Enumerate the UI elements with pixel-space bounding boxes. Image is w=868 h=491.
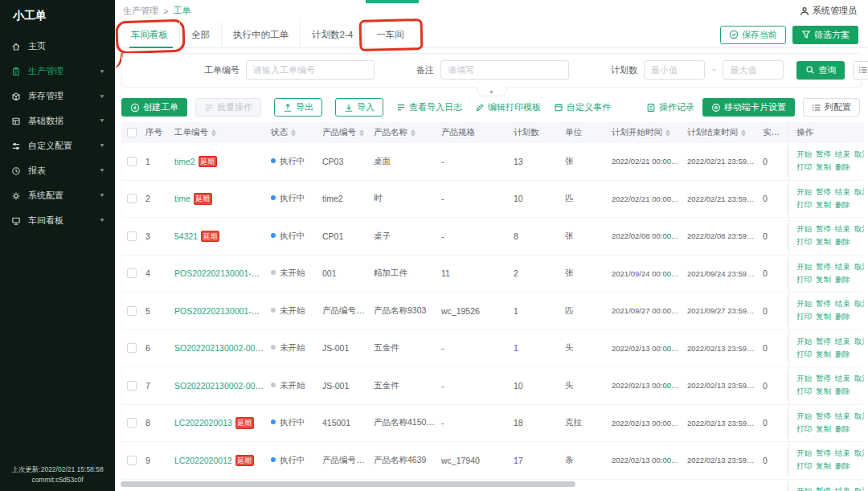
tab-车间看板[interactable]: 车间看板 <box>123 22 179 47</box>
row-checkbox[interactable] <box>127 456 137 465</box>
column-header-product_name[interactable]: 产品名称 <box>371 127 438 138</box>
row-action-结束[interactable]: 结束 <box>835 337 850 347</box>
order-number-link[interactable]: POS202202130001-0003 <box>174 268 268 278</box>
sort-icon[interactable] <box>291 129 296 137</box>
plan-qty-min-input[interactable] <box>644 60 705 80</box>
row-action-取消[interactable]: 取消 <box>854 486 864 491</box>
row-action-开始[interactable]: 开始 <box>796 448 812 459</box>
sidebar-item-inventory[interactable]: 库存管理▼ <box>0 84 115 108</box>
row-action-结束[interactable]: 结束 <box>835 411 850 422</box>
row-action-取消[interactable]: 取消 <box>854 187 864 198</box>
row-action-取消[interactable]: 取消 <box>854 337 864 347</box>
toolbar-link-编辑打印模板[interactable]: 编辑打印模板 <box>475 101 541 113</box>
order-number-link[interactable]: SO202202130002-0002 <box>174 343 264 353</box>
tab-一车间[interactable]: 一车间 <box>364 22 416 47</box>
row-action-复制[interactable]: 复制 <box>816 424 831 435</box>
row-checkbox[interactable] <box>127 194 137 203</box>
row-action-复制[interactable]: 复制 <box>816 387 831 397</box>
sidebar-item-custom-config[interactable]: 自定义配置▼ <box>0 133 115 158</box>
column-header-end[interactable]: 计划结束时间 <box>684 127 760 138</box>
row-action-复制[interactable]: 复制 <box>816 237 831 248</box>
row-action-复制[interactable]: 复制 <box>816 200 831 211</box>
mobile-card-settings-button[interactable]: 移动端卡片设置 <box>702 98 795 117</box>
order-number-link[interactable]: time <box>174 194 190 203</box>
select-all-checkbox[interactable] <box>127 128 137 137</box>
sidebar-item-report[interactable]: 报表▼ <box>0 158 115 183</box>
row-action-取消[interactable]: 取消 <box>854 224 864 235</box>
column-header-start[interactable]: 计划开始时间 <box>608 127 684 138</box>
row-action-结束[interactable]: 结束 <box>835 149 850 160</box>
row-action-暂停[interactable]: 暂停 <box>816 262 831 272</box>
sort-icon[interactable] <box>211 129 216 137</box>
row-action-暂停[interactable]: 暂停 <box>816 448 831 459</box>
row-action-删除[interactable]: 删除 <box>835 162 850 173</box>
sidebar-item-workshop-board[interactable]: 车间看板▼ <box>0 208 115 233</box>
search-settings-button[interactable] <box>853 61 868 80</box>
order-number-link[interactable]: 54321 <box>174 231 198 241</box>
row-action-打印[interactable]: 打印 <box>796 350 812 360</box>
row-action-打印[interactable]: 打印 <box>796 275 812 285</box>
column-header-product_no[interactable]: 产品编号 <box>319 127 371 138</box>
row-action-暂停[interactable]: 暂停 <box>816 299 831 309</box>
row-action-取消[interactable]: 取消 <box>854 149 864 160</box>
row-action-暂停[interactable]: 暂停 <box>816 149 831 160</box>
row-action-开始[interactable]: 开始 <box>796 224 812 235</box>
column-header-status[interactable]: 状态 <box>268 127 319 138</box>
row-action-结束[interactable]: 结束 <box>835 448 850 459</box>
row-action-开始[interactable]: 开始 <box>796 187 812 198</box>
row-action-删除[interactable]: 删除 <box>835 387 850 397</box>
create-order-button[interactable]: 创建工单 <box>121 98 187 117</box>
row-action-打印[interactable]: 打印 <box>796 200 812 211</box>
sidebar-item-system-config[interactable]: 系统配置▼ <box>0 183 115 208</box>
row-action-删除[interactable]: 删除 <box>835 237 850 248</box>
row-action-开始[interactable]: 开始 <box>796 262 812 272</box>
row-action-删除[interactable]: 删除 <box>835 275 850 285</box>
import-button[interactable]: 导入 <box>335 98 383 117</box>
order-no-input[interactable] <box>246 60 375 80</box>
row-action-开始[interactable]: 开始 <box>796 337 812 347</box>
row-action-暂停[interactable]: 暂停 <box>816 224 831 235</box>
row-action-打印[interactable]: 打印 <box>796 162 812 173</box>
column-header-order[interactable]: 工单编号 <box>171 127 268 138</box>
row-action-打印[interactable]: 打印 <box>796 461 812 472</box>
row-action-复制[interactable]: 复制 <box>816 162 831 173</box>
order-number-link[interactable]: LC2022020013 <box>174 418 232 428</box>
user-menu[interactable]: 系统管理员 <box>800 5 857 17</box>
tab-执行中的工单[interactable]: 执行中的工单 <box>221 22 300 47</box>
row-action-复制[interactable]: 复制 <box>816 350 831 360</box>
remark-input[interactable] <box>440 60 569 80</box>
row-action-取消[interactable]: 取消 <box>854 374 864 384</box>
collapse-search-toggle[interactable]: ▼ <box>477 87 507 96</box>
row-checkbox[interactable] <box>127 268 137 278</box>
row-action-取消[interactable]: 取消 <box>854 411 864 422</box>
order-number-link[interactable]: POS202202130001-0004 <box>174 306 268 316</box>
row-action-结束[interactable]: 结束 <box>835 262 850 272</box>
row-action-暂停[interactable]: 暂停 <box>816 411 831 422</box>
row-action-打印[interactable]: 打印 <box>796 312 812 322</box>
row-action-开始[interactable]: 开始 <box>796 149 812 160</box>
operation-log-link[interactable]: 操作记录 <box>646 101 694 113</box>
sidebar-item-production[interactable]: 生产管理▼ <box>0 59 115 84</box>
row-action-暂停[interactable]: 暂停 <box>816 187 831 198</box>
row-action-取消[interactable]: 取消 <box>854 262 864 272</box>
toolbar-link-查看导入日志[interactable]: 查看导入日志 <box>396 101 462 113</box>
row-action-暂停[interactable]: 暂停 <box>816 374 831 384</box>
row-action-暂停[interactable]: 暂停 <box>816 337 831 347</box>
row-action-打印[interactable]: 打印 <box>796 387 812 397</box>
order-number-link[interactable]: SO202202130002-0001 <box>174 381 264 391</box>
row-action-删除[interactable]: 删除 <box>835 424 850 435</box>
sort-icon[interactable] <box>741 129 746 137</box>
row-action-删除[interactable]: 删除 <box>835 461 850 472</box>
sidebar-item-base-data[interactable]: 基础数据▼ <box>0 108 115 133</box>
row-action-取消[interactable]: 取消 <box>854 299 864 309</box>
row-action-开始[interactable]: 开始 <box>796 486 812 491</box>
sort-icon[interactable] <box>665 129 670 137</box>
row-action-打印[interactable]: 打印 <box>796 424 812 435</box>
breadcrumb-parent[interactable]: 生产管理 <box>123 5 158 17</box>
row-checkbox[interactable] <box>127 231 137 241</box>
sidebar-item-home[interactable]: 主页 <box>0 34 115 59</box>
row-action-开始[interactable]: 开始 <box>796 411 812 422</box>
row-action-开始[interactable]: 开始 <box>796 374 812 384</box>
row-action-复制[interactable]: 复制 <box>816 461 831 472</box>
row-checkbox[interactable] <box>127 418 137 428</box>
